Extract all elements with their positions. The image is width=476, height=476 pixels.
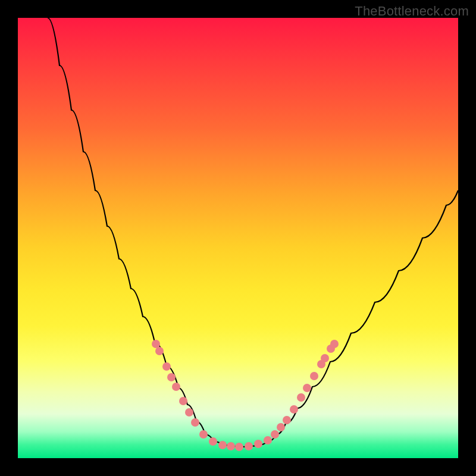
highlight-dot — [209, 437, 217, 446]
highlight-dot — [283, 416, 291, 424]
left-curve-path — [48, 18, 214, 441]
plot-area — [18, 18, 458, 458]
highlight-dot — [310, 372, 318, 380]
highlight-dot — [227, 442, 235, 450]
highlight-dot — [167, 373, 176, 381]
highlight-dot — [235, 443, 243, 451]
highlight-dot — [155, 347, 164, 355]
highlight-dots-group — [152, 340, 339, 451]
chart-frame: TheBottleneck.com — [0, 0, 476, 476]
highlight-dot — [162, 362, 171, 371]
highlight-dot — [254, 440, 262, 448]
highlight-dot — [303, 384, 311, 392]
highlight-dot — [152, 340, 160, 348]
highlight-dot — [179, 397, 187, 405]
highlight-dot — [271, 430, 279, 439]
highlight-dot — [185, 408, 193, 416]
highlight-dot — [191, 418, 199, 427]
highlight-dot — [321, 354, 329, 362]
highlight-dot — [264, 436, 272, 444]
highlight-dot — [218, 441, 227, 449]
highlight-dot — [297, 393, 305, 402]
highlight-dot — [172, 383, 180, 391]
watermark-text: TheBottleneck.com — [355, 4, 469, 19]
right-curve-path — [268, 190, 458, 441]
curve-svg — [18, 18, 458, 458]
highlight-dot — [199, 430, 208, 439]
highlight-dot — [277, 423, 285, 431]
highlight-dot — [330, 340, 339, 348]
highlight-dot — [245, 442, 253, 450]
highlight-dot — [290, 405, 298, 414]
